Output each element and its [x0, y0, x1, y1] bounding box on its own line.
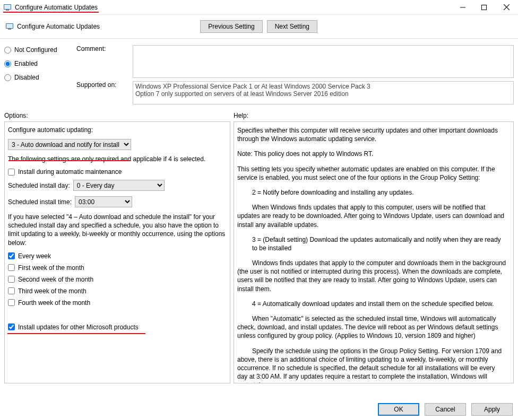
scheduled-day-select[interactable]: 0 - Every day: [73, 180, 165, 191]
help-paragraph: 4 = Automatically download updates and i…: [237, 300, 507, 308]
highlight-line: [8, 160, 131, 161]
scheduled-time-label: Scheduled install time:: [8, 198, 72, 206]
help-paragraph: Specifies whether this computer will rec…: [237, 126, 507, 143]
scheduled-day-label: Scheduled install day:: [8, 182, 70, 189]
schedule-note: If you have selected "4 – Auto download …: [8, 213, 227, 247]
help-paragraph: 2 = Notify before downloading and instal…: [237, 188, 507, 197]
checkbox-install-maintenance[interactable]: Install during automatic maintenance: [8, 168, 227, 176]
cancel-button[interactable]: Cancel: [425, 403, 466, 416]
window-title: Configure Automatic Updates: [15, 4, 98, 11]
comment-label: Comment:: [76, 45, 130, 78]
help-paragraph: Specify the schedule using the options i…: [237, 347, 507, 383]
radio-disabled[interactable]: Disabled: [4, 74, 73, 81]
svg-rect-8: [6, 24, 13, 28]
radio-label: Disabled: [14, 74, 39, 81]
help-paragraph: When Windows finds updates that apply to…: [237, 203, 507, 229]
header: Configure Automatic Updates Previous Set…: [0, 15, 518, 36]
supported-on-text: [133, 81, 514, 104]
comment-textarea[interactable]: [133, 45, 514, 78]
checkbox-label: Install during automatic maintenance: [18, 168, 122, 176]
action-bar: OK Cancel Apply: [378, 403, 513, 416]
checkbox-first-week[interactable]: First week of the month: [8, 264, 227, 272]
checkbox-label: Install updates for other Microsoft prod…: [18, 323, 139, 331]
checkbox-third-week[interactable]: Third week of the month: [8, 287, 227, 295]
policy-icon: [5, 22, 14, 31]
highlight-line: [3, 12, 99, 13]
highlight-line: [7, 333, 145, 334]
configure-updating-select[interactable]: 3 - Auto download and notify for install: [8, 139, 131, 150]
configure-updating-label: Configure automatic updating:: [8, 126, 227, 134]
scheduled-time-select[interactable]: 03:00: [75, 196, 132, 207]
next-setting-button[interactable]: Next Setting: [267, 20, 317, 33]
apply-button[interactable]: Apply: [471, 403, 513, 416]
checkbox-label: First week of the month: [18, 264, 84, 272]
ok-button[interactable]: OK: [378, 403, 419, 416]
checkbox-label: Every week: [18, 252, 51, 260]
previous-setting-button[interactable]: Previous Setting: [200, 20, 262, 33]
app-icon: [3, 3, 12, 12]
close-button[interactable]: [495, 0, 518, 14]
checkbox-fourth-week[interactable]: Fourth week of the month: [8, 299, 227, 307]
svg-rect-1: [4, 5, 11, 9]
help-paragraph: This setting lets you specify whether au…: [237, 165, 507, 182]
checkbox-label: Fourth week of the month: [18, 299, 90, 307]
checkbox-second-week[interactable]: Second week of the month: [8, 276, 227, 283]
checkbox-every-week[interactable]: Every week: [8, 252, 227, 260]
minimize-button[interactable]: [452, 0, 473, 14]
options-note-if4: The following settings are only required…: [8, 155, 227, 163]
radio-label: Enabled: [14, 60, 38, 67]
radio-not-configured[interactable]: Not Configured: [4, 46, 73, 54]
help-paragraph: When "Automatic" is selected as the sche…: [237, 314, 507, 340]
help-paragraph: 3 = (Default setting) Download the updat…: [237, 235, 507, 252]
checkbox-label: Third week of the month: [18, 287, 87, 295]
checkbox-label: Second week of the month: [18, 276, 93, 283]
checkbox-other-ms-products[interactable]: Install updates for other Microsoft prod…: [8, 323, 227, 331]
svg-rect-4: [482, 5, 487, 10]
help-paragraph: Note: This policy does not apply to Wind…: [237, 150, 507, 158]
policy-title: Configure Automatic Updates: [17, 23, 100, 30]
maximize-button[interactable]: [473, 0, 495, 14]
options-label: Options:: [4, 112, 234, 119]
help-label: Help:: [234, 112, 514, 119]
help-panel[interactable]: Specifies whether this computer will rec…: [234, 121, 514, 383]
radio-enabled[interactable]: Enabled: [4, 60, 73, 67]
radio-label: Not Configured: [14, 46, 57, 54]
supported-on-label: Supported on:: [76, 81, 130, 89]
svg-rect-2: [6, 10, 9, 11]
svg-rect-9: [8, 29, 11, 30]
help-paragraph: Windows finds updates that apply to the …: [237, 259, 507, 293]
